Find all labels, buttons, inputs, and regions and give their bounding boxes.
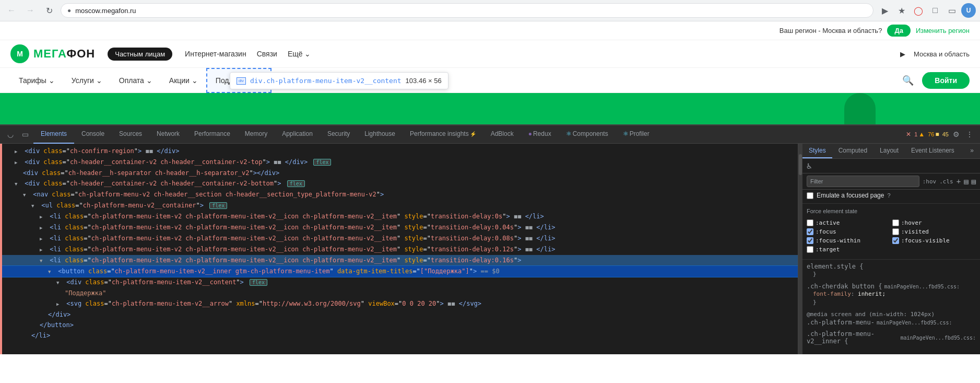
search-button[interactable]: 🔍 bbox=[902, 75, 914, 86]
styles-tab-event-listeners[interactable]: Event Listeners bbox=[905, 144, 961, 158]
state-focus-label: :focus bbox=[816, 228, 836, 235]
dom-line: <li class="ch-platform-menu-item-v2 ch-p… bbox=[2, 244, 798, 255]
region-yes-button[interactable]: Да bbox=[887, 25, 911, 37]
cast-icon[interactable]: ▭ bbox=[944, 3, 959, 18]
error-count: 1 bbox=[914, 131, 917, 137]
state-focus-checkbox[interactable] bbox=[807, 228, 813, 235]
state-target: :target bbox=[807, 246, 890, 253]
tab-console[interactable]: Console bbox=[74, 125, 112, 144]
dom-line: <ul class="ch-platform-menu-v2__containe… bbox=[2, 200, 798, 211]
styles-tab-computed[interactable]: Computed bbox=[832, 144, 873, 158]
hov-toggle[interactable]: :hov bbox=[923, 178, 937, 185]
tab-network[interactable]: Network bbox=[149, 125, 187, 144]
dom-line: <li class="ch-platform-menu-item-v2 ch-p… bbox=[2, 233, 798, 244]
state-focus-within-checkbox[interactable] bbox=[807, 237, 813, 244]
warning-icon: ▲ bbox=[918, 131, 925, 138]
tab-profiler[interactable]: ⚛ Profiler bbox=[616, 125, 657, 144]
tab-redux[interactable]: ● Redux bbox=[521, 125, 559, 144]
error-close-icon[interactable]: ✕ bbox=[906, 131, 911, 138]
settings-button[interactable]: ⚙ bbox=[950, 128, 962, 141]
styles-tab-more[interactable]: » bbox=[964, 144, 980, 158]
forward-button[interactable]: → bbox=[23, 3, 38, 18]
location-text: Москва и область bbox=[914, 50, 970, 58]
green-banner bbox=[0, 93, 980, 124]
screen-capture-icon[interactable]: ▶ bbox=[878, 3, 892, 18]
lock-icon: ● bbox=[67, 7, 71, 14]
more-options-button[interactable]: ⋮ bbox=[963, 128, 976, 141]
dom-line: <div class="ch-confirm-region"> ◼◼ </div… bbox=[2, 146, 798, 157]
state-target-label: :target bbox=[816, 246, 840, 253]
more-styles-icon[interactable]: ▤ bbox=[972, 177, 976, 185]
state-focus-visible-checkbox[interactable] bbox=[892, 237, 899, 244]
state-focus-visible-label: :focus-visible bbox=[901, 237, 950, 244]
dom-scrollbar[interactable] bbox=[798, 144, 802, 354]
state-active-checkbox[interactable] bbox=[807, 219, 813, 226]
nav-services[interactable]: Услуги ⌄ bbox=[63, 69, 111, 92]
device-toolbar-button[interactable]: ▭ bbox=[19, 128, 31, 141]
nav-tariffs[interactable]: Тарифы ⌄ bbox=[10, 69, 63, 92]
dom-scroll-thumb[interactable] bbox=[799, 154, 802, 175]
info-count: 45 bbox=[942, 131, 949, 137]
tab-security[interactable]: Security bbox=[320, 125, 357, 144]
css-file-link[interactable]: mainPageVen...fbd95.css: bbox=[877, 320, 952, 326]
new-style-rule-icon[interactable]: ▤ bbox=[964, 177, 968, 185]
emulate-focused-checkbox[interactable] bbox=[807, 192, 813, 199]
inspect-element-button[interactable]: ◡ bbox=[4, 128, 17, 141]
tab-application[interactable]: Application bbox=[275, 125, 320, 144]
extension-icon-1[interactable]: ◯ bbox=[911, 3, 926, 18]
dom-line-close-li: </li> bbox=[2, 330, 798, 341]
accessibility-icon[interactable]: ♿ bbox=[807, 161, 812, 171]
css-rule-media: @media screen and (min-width: 1024px) .c… bbox=[807, 311, 976, 326]
tab-performance[interactable]: Performance bbox=[187, 125, 238, 144]
css-rule-element-style: element.style { } bbox=[807, 263, 976, 278]
state-target-checkbox[interactable] bbox=[807, 246, 813, 253]
tooltip-element-icon: div bbox=[237, 77, 246, 85]
header-nav-shop[interactable]: Интернет-магазин bbox=[185, 50, 246, 58]
tab-lighthouse[interactable]: Lighthouse bbox=[357, 125, 403, 144]
tab-performance-insights[interactable]: Performance insights ⚡ bbox=[403, 125, 483, 144]
styles-filter-row: :hov .cls + ▤ ▤ bbox=[802, 173, 980, 190]
tab-components[interactable]: ⚛ Components bbox=[559, 125, 616, 144]
tab-adblock[interactable]: AdBlock bbox=[483, 125, 521, 144]
styles-panel: Styles Computed Layout Event Listeners »… bbox=[802, 144, 980, 354]
back-button[interactable]: ← bbox=[4, 3, 19, 18]
address-bar[interactable]: ● moscow.megafon.ru bbox=[61, 3, 873, 18]
profile-avatar[interactable]: U bbox=[961, 3, 976, 18]
cls-toggle[interactable]: .cls bbox=[939, 178, 953, 185]
css-property-row: font-family: inherit; bbox=[807, 290, 976, 298]
dom-panel[interactable]: <div class="ch-confirm-region"> ◼◼ </div… bbox=[2, 144, 798, 354]
css-file-link[interactable]: mainPageVen...fbd95.css: bbox=[901, 335, 976, 341]
devtools-main: <div class="ch-confirm-region"> ◼◼ </div… bbox=[0, 144, 980, 354]
tab-elements[interactable]: Elements bbox=[33, 125, 74, 144]
nav-payment[interactable]: Оплата ⌄ bbox=[111, 69, 161, 92]
browser-toolbar-icons: ▶ ★ ◯ □ ▭ U bbox=[878, 3, 976, 18]
css-media-query: @media screen and (min-width: 1024px) bbox=[807, 311, 976, 318]
state-hover-checkbox[interactable] bbox=[892, 219, 899, 226]
tooltip-element-name: div.ch-platform-menu-item-v2__content bbox=[250, 77, 402, 85]
tab-memory[interactable]: Memory bbox=[238, 125, 275, 144]
private-persons-button[interactable]: Частным лицам bbox=[108, 48, 172, 61]
header-right: ▶ Москва и область bbox=[900, 50, 970, 58]
state-active-label: :active bbox=[816, 219, 840, 226]
dom-line-close-div: </div> bbox=[2, 309, 798, 320]
styles-filter-input[interactable] bbox=[807, 176, 919, 187]
reload-button[interactable]: ↻ bbox=[42, 3, 56, 18]
tab-sources[interactable]: Sources bbox=[112, 125, 149, 144]
add-style-icon[interactable]: + bbox=[957, 177, 961, 185]
region-change-link[interactable]: Изменить регион bbox=[916, 27, 970, 34]
state-visited-checkbox[interactable] bbox=[892, 228, 899, 235]
styles-tab-layout[interactable]: Layout bbox=[873, 144, 905, 158]
nav-promotions[interactable]: Акции ⌄ bbox=[161, 69, 206, 92]
login-button[interactable]: Войти bbox=[922, 72, 970, 89]
emulate-focused-help-icon[interactable]: ? bbox=[887, 192, 890, 199]
extension-icon-2[interactable]: □ bbox=[928, 3, 942, 18]
header-nav-communication[interactable]: Связи bbox=[257, 50, 277, 58]
state-focus: :focus bbox=[807, 228, 890, 235]
url-text: moscow.megafon.ru bbox=[75, 7, 136, 15]
styles-tab-styles[interactable]: Styles bbox=[802, 144, 832, 158]
css-file-link[interactable]: mainPageVen...fbd95.css: bbox=[884, 284, 960, 289]
devtools-toolbar: ◡ ▭ Elements Console Sources Network Per… bbox=[0, 125, 980, 144]
dom-panel-container: <div class="ch-confirm-region"> ◼◼ </div… bbox=[0, 144, 802, 354]
header-nav-more[interactable]: Ещё ⌄ bbox=[288, 50, 311, 58]
bookmark-icon[interactable]: ★ bbox=[894, 3, 909, 18]
